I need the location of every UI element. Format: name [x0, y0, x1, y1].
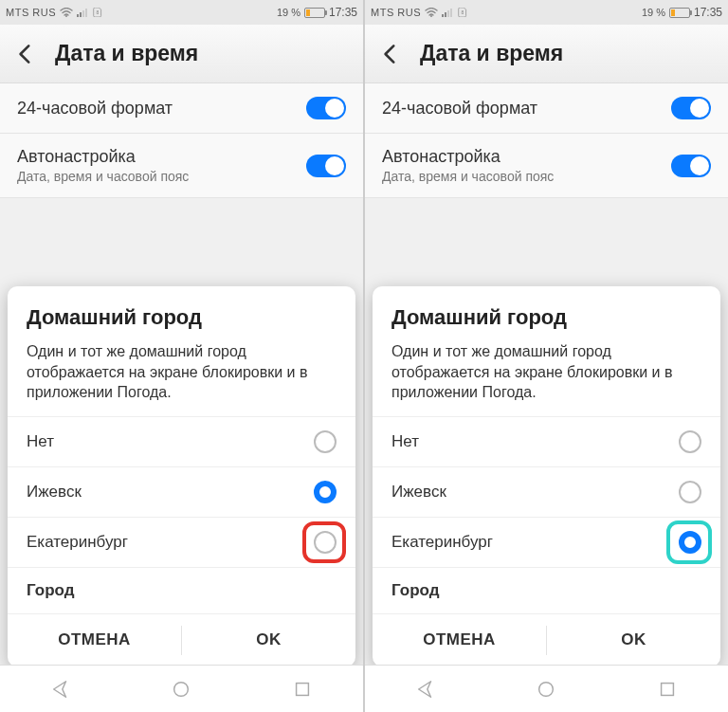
radio-none[interactable] [679, 430, 701, 453]
status-bar: MTS RUS 8 19 % 17:35 [0, 0, 363, 25]
svg-point-0 [65, 15, 67, 17]
signal-icon [77, 8, 88, 17]
option-city[interactable]: Город [373, 567, 720, 613]
option-izhevsk-label: Ижевск [391, 483, 446, 502]
setting-auto-sub: Дата, время и часовой пояс [17, 169, 189, 184]
toggle-24h[interactable] [306, 97, 346, 119]
nav-home-icon[interactable] [171, 679, 191, 700]
dialog-actions: ОТМЕНА OK [373, 613, 720, 665]
cancel-button[interactable]: ОТМЕНА [373, 614, 546, 665]
svg-rect-9 [442, 14, 444, 17]
carrier-label: MTS RUS [371, 7, 421, 18]
dialog-actions: ОТМЕНА OK [8, 613, 355, 665]
radio-izhevsk[interactable] [679, 481, 701, 503]
toggle-auto[interactable] [671, 155, 711, 177]
setting-24h[interactable]: 24-часовой формат [0, 83, 363, 134]
svg-point-8 [430, 15, 432, 17]
nav-bar [365, 665, 728, 712]
wifi-icon [60, 8, 73, 17]
ok-button[interactable]: OK [547, 614, 720, 665]
setting-auto[interactable]: Автонастройка Дата, время и часовой пояс [365, 134, 728, 198]
header: Дата и время [0, 25, 363, 83]
option-none-label: Нет [27, 432, 54, 451]
setting-auto-label: Автонастройка [17, 147, 189, 167]
option-ekaterinburg-label: Екатеринбург [391, 533, 493, 552]
setting-24h-label: 24-часовой формат [382, 99, 537, 119]
option-izhevsk[interactable]: Ижевск [373, 466, 720, 517]
radio-none[interactable] [314, 430, 337, 453]
nav-bar [0, 665, 363, 712]
home-city-dialog: Домашний город Один и тот же домашний го… [8, 286, 355, 665]
option-none[interactable]: Нет [373, 416, 720, 466]
page-title: Дата и время [420, 41, 563, 66]
carrier-label: MTS RUS [6, 7, 56, 18]
svg-rect-10 [445, 12, 446, 17]
option-izhevsk[interactable]: Ижевск [8, 466, 355, 517]
nav-recent-icon[interactable] [657, 679, 678, 700]
dialog-description: Один и тот же домашний город отображаетс… [373, 341, 720, 416]
svg-rect-15 [662, 683, 674, 695]
toggle-24h[interactable] [671, 97, 711, 119]
setting-auto-label: Автонастройка [382, 147, 554, 167]
back-icon[interactable] [13, 42, 38, 66]
option-none-label: Нет [391, 432, 419, 451]
status-clock: 17:35 [329, 6, 357, 19]
battery-percent: 19 % [642, 7, 665, 18]
ok-button[interactable]: OK [182, 614, 355, 665]
option-city[interactable]: Город [8, 567, 355, 613]
option-ekaterinburg-label: Екатеринбург [27, 533, 128, 552]
setting-24h[interactable]: 24-часовой формат [365, 83, 728, 134]
battery-icon [304, 8, 325, 18]
option-ekaterinburg[interactable]: Екатеринбург [8, 517, 355, 567]
phone-left: MTS RUS 8 19 % 17:35 Дата и время 24-час… [0, 0, 363, 712]
svg-rect-7 [297, 683, 309, 695]
svg-rect-12 [450, 9, 452, 17]
svg-rect-11 [447, 10, 449, 17]
svg-rect-4 [85, 9, 87, 17]
dialog-title: Домашний город [373, 305, 720, 341]
sim-icon: 8 [92, 8, 103, 17]
cancel-button[interactable]: ОТМЕНА [8, 614, 181, 665]
nav-home-icon[interactable] [536, 679, 556, 700]
status-bar: MTS RUS 8 19 % 17:35 [365, 0, 728, 25]
radio-ekaterinburg[interactable] [679, 531, 701, 554]
svg-text:8: 8 [97, 9, 100, 15]
svg-text:8: 8 [462, 9, 464, 15]
content: 24-часовой формат Автонастройка Дата, вр… [365, 83, 728, 665]
battery-percent: 19 % [277, 7, 300, 18]
status-clock: 17:35 [694, 6, 722, 19]
option-city-label: Город [391, 581, 440, 600]
dialog-description: Один и тот же домашний город отображаетс… [8, 341, 355, 416]
page-title: Дата и время [55, 41, 198, 66]
option-none[interactable]: Нет [8, 416, 355, 466]
svg-point-6 [174, 682, 189, 696]
content: 24-часовой формат Автонастройка Дата, вр… [0, 83, 363, 665]
nav-recent-icon[interactable] [292, 679, 313, 700]
option-ekaterinburg[interactable]: Екатеринбург [373, 517, 720, 567]
option-izhevsk-label: Ижевск [27, 483, 82, 502]
dialog-title: Домашний город [8, 305, 355, 341]
phone-right: MTS RUS 8 19 % 17:35 Дата и время 24-час… [365, 0, 728, 712]
header: Дата и время [365, 25, 728, 83]
nav-back-icon[interactable] [50, 679, 71, 700]
radio-izhevsk[interactable] [314, 481, 337, 503]
home-city-dialog: Домашний город Один и тот же домашний го… [373, 286, 720, 665]
wifi-icon [425, 8, 438, 17]
svg-point-14 [539, 682, 554, 696]
battery-icon [669, 8, 690, 18]
nav-back-icon[interactable] [415, 679, 436, 700]
svg-rect-3 [82, 10, 84, 17]
option-city-label: Город [27, 581, 75, 600]
setting-24h-label: 24-часовой формат [17, 99, 173, 119]
signal-icon [442, 8, 453, 17]
setting-auto[interactable]: Автонастройка Дата, время и часовой пояс [0, 134, 363, 198]
setting-auto-sub: Дата, время и часовой пояс [382, 169, 554, 184]
toggle-auto[interactable] [306, 155, 346, 177]
back-icon[interactable] [378, 42, 403, 66]
sim-icon: 8 [457, 8, 468, 17]
svg-rect-1 [77, 14, 79, 17]
svg-rect-2 [80, 12, 82, 17]
radio-ekaterinburg[interactable] [314, 531, 337, 554]
